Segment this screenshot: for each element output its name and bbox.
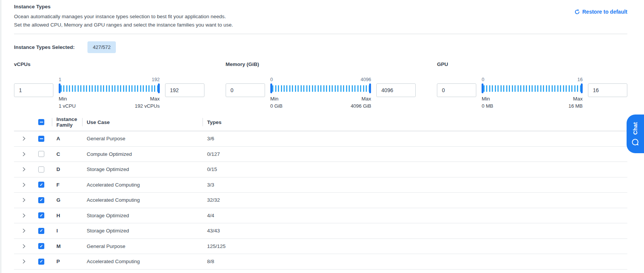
row-types: 8/8 (203, 259, 627, 264)
memory-title: Memory (GiB) (226, 61, 416, 67)
gpu-range-min: 0 (482, 77, 484, 82)
row-checkbox[interactable] (38, 243, 44, 249)
gpu-title: GPU (437, 61, 627, 67)
description-line-2: Set the allowed CPU, Memory and GPU rang… (14, 21, 627, 29)
row-types: 4/4 (203, 213, 627, 218)
column-header-instance-family: Instance Family (52, 116, 82, 128)
table-row: A General Purpose 3/6 (14, 131, 627, 147)
vcpus-max-label: Max (135, 96, 160, 102)
vcpus-range-min: 1 (59, 77, 61, 82)
gpu-range-labels: 0 16 (482, 77, 583, 82)
vcpus-slider-track[interactable] (61, 85, 158, 92)
memory-max-label: Max (351, 96, 371, 102)
vcpus-min-sub: 1 vCPU (59, 103, 76, 109)
restore-to-default-button[interactable]: Restore to default (574, 9, 627, 15)
row-checkbox[interactable] (38, 212, 44, 218)
chat-button[interactable]: Chat (627, 115, 644, 153)
instance-family-table: Instance Family Use Case Types A General… (14, 116, 627, 273)
vcpus-range-labels: 1 192 (59, 77, 160, 82)
memory-slider-max-handle[interactable] (369, 83, 371, 93)
expand-chevron-icon[interactable] (14, 152, 34, 157)
gpu-max-input[interactable] (588, 83, 627, 97)
gpu-slider-track[interactable] (483, 85, 581, 92)
vcpus-minmax: Min 1 vCPU Max 192 vCPUs (59, 96, 160, 109)
restore-to-default-label: Restore to default (582, 9, 627, 15)
selected-count-badge: 427/572 (87, 41, 116, 53)
page-title: Instance Types (14, 4, 627, 9)
select-all-checkbox[interactable] (38, 119, 44, 125)
row-types: 125/125 (203, 243, 627, 249)
row-checkbox[interactable] (38, 166, 44, 173)
table-row: C Compute Optimized 0/127 (14, 147, 627, 162)
header-divider (14, 34, 627, 34)
gpu-min-sub: 0 MB (482, 103, 493, 109)
expand-chevron-icon[interactable] (14, 244, 34, 249)
table-row: D Storage Optimized 0/15 (14, 162, 627, 177)
row-checkbox[interactable] (38, 197, 44, 203)
description-line-1: Ocean automatically manages your instanc… (14, 13, 627, 21)
gpu-slider-max-handle[interactable] (581, 83, 583, 93)
memory-range-min: 0 (270, 77, 273, 82)
instance-types-panel: Instance Types Ocean automatically manag… (14, 0, 627, 273)
gpu-section: GPU 0 16 Min 0 M (437, 61, 627, 109)
row-types: 0/15 (203, 166, 627, 172)
vcpus-slider-max-handle[interactable] (158, 83, 160, 93)
expand-chevron-icon[interactable] (14, 259, 34, 264)
table-row: M General Purpose 125/125 (14, 239, 627, 254)
row-checkbox[interactable] (38, 228, 44, 234)
table-row: F Accelerated Computing 3/3 (14, 177, 627, 193)
chat-button-label: Chat (632, 122, 638, 134)
row-use-case: Accelerated Computing (82, 259, 203, 264)
row-family: C (52, 151, 82, 157)
chat-bubble-icon (632, 138, 639, 146)
row-use-case: Storage Optimized (82, 228, 203, 234)
vcpus-title: vCPUs (14, 61, 204, 67)
row-checkbox[interactable] (38, 151, 44, 157)
row-types: 3/6 (203, 136, 627, 141)
table-body: A General Purpose 3/6 C Compute Optimize… (14, 131, 627, 273)
row-use-case: General Purpose (82, 243, 203, 249)
row-checkbox[interactable] (38, 259, 44, 265)
memory-min-input[interactable] (226, 83, 265, 97)
gpu-slider[interactable] (482, 83, 583, 93)
row-family: D (52, 166, 82, 172)
expand-chevron-icon[interactable] (14, 198, 34, 202)
memory-section: Memory (GiB) 0 4096 Min (226, 61, 416, 109)
memory-minmax: Min 0 GiB Max 4096 GiB (270, 96, 371, 109)
vcpus-min-label: Min (59, 96, 76, 102)
vcpus-min-input[interactable] (14, 83, 53, 97)
gpu-max-label: Max (568, 96, 583, 102)
row-checkbox[interactable] (38, 136, 44, 142)
vcpus-max-input[interactable] (165, 83, 204, 97)
memory-slider[interactable] (270, 83, 371, 93)
memory-range-max: 4096 (361, 77, 371, 82)
vcpus-slider[interactable] (59, 83, 160, 93)
panel-header: Instance Types Ocean automatically manag… (14, 0, 627, 34)
row-use-case: Compute Optimized (82, 151, 203, 157)
row-types: 32/32 (203, 197, 627, 203)
expand-chevron-icon[interactable] (14, 213, 34, 218)
memory-slider-track[interactable] (272, 85, 370, 92)
table-row: P Accelerated Computing 8/8 (14, 254, 627, 270)
gpu-minmax: Min 0 MB Max 16 MB (482, 96, 583, 109)
gpu-range-max: 16 (577, 77, 583, 82)
row-use-case: General Purpose (82, 136, 203, 141)
gpu-min-input[interactable] (437, 83, 476, 97)
expand-chevron-icon[interactable] (14, 167, 34, 172)
table-row: I Storage Optimized 43/43 (14, 223, 627, 239)
expand-chevron-icon[interactable] (14, 182, 34, 187)
row-checkbox[interactable] (38, 182, 44, 188)
table-header-row: Instance Family Use Case Types (14, 116, 627, 131)
row-use-case: Storage Optimized (82, 213, 203, 218)
row-family: F (52, 182, 82, 188)
expand-chevron-icon[interactable] (14, 136, 34, 141)
gpu-min-label: Min (482, 96, 493, 102)
row-types: 0/127 (203, 151, 627, 157)
memory-max-sub: 4096 GiB (351, 103, 371, 109)
expand-chevron-icon[interactable] (14, 228, 34, 233)
page-edge (0, 0, 2, 273)
memory-max-input[interactable] (376, 83, 416, 97)
row-family: H (52, 213, 82, 218)
row-types: 43/43 (203, 228, 627, 234)
row-use-case: Accelerated Computing (82, 197, 203, 203)
